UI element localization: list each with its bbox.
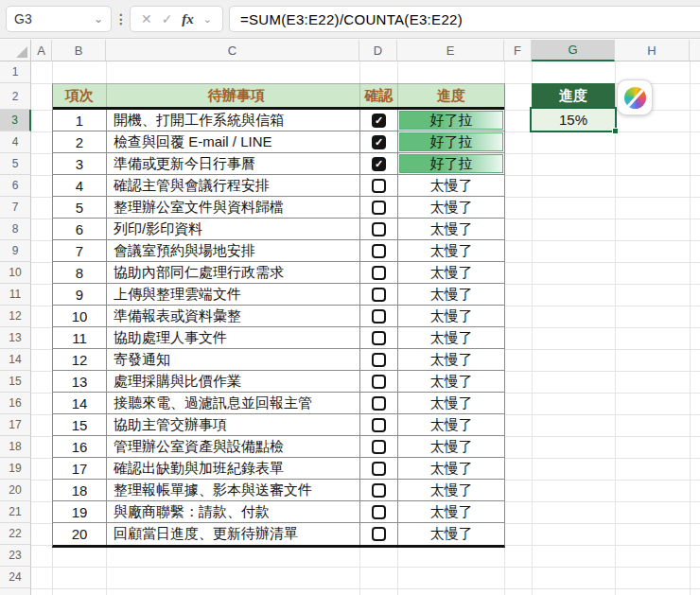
cell-progress[interactable]: 太慢了 <box>398 414 504 435</box>
checkbox[interactable] <box>372 201 386 215</box>
cell-item-number[interactable]: 11 <box>53 327 107 348</box>
cell-task[interactable]: 列印/影印資料 <box>107 219 360 239</box>
cell-progress[interactable]: 太慢了 <box>398 349 504 370</box>
cancel-icon[interactable]: ✕ <box>141 11 152 26</box>
column-header-E[interactable]: E <box>397 40 504 61</box>
cell-progress[interactable]: 好了拉 <box>398 131 504 152</box>
cell-progress[interactable]: 好了拉 <box>398 110 504 131</box>
cell-item-number[interactable]: 17 <box>53 458 107 479</box>
checkbox[interactable]: ✓ <box>372 114 386 128</box>
column-header-A[interactable]: A <box>31 40 52 61</box>
cell-progress[interactable]: 太慢了 <box>398 371 504 392</box>
checkbox[interactable] <box>372 331 386 345</box>
row-header-5[interactable]: 5 <box>0 153 31 175</box>
cell-progress[interactable]: 好了拉 <box>398 153 504 174</box>
chevron-down-icon[interactable]: ⌄ <box>94 12 103 26</box>
cell-item-number[interactable]: 20 <box>53 523 107 545</box>
checkbox[interactable] <box>372 440 386 454</box>
checkbox[interactable] <box>372 266 386 280</box>
column-header-C[interactable]: C <box>106 40 359 61</box>
row-header-23[interactable]: 23 <box>0 545 31 567</box>
cell-task[interactable]: 寄發通知 <box>107 349 360 370</box>
row-header-4[interactable]: 4 <box>0 131 31 153</box>
cell-item-number[interactable]: 14 <box>53 393 107 413</box>
checkbox[interactable] <box>372 179 386 193</box>
cell-item-number[interactable]: 6 <box>53 219 107 239</box>
header-item-number[interactable]: 項次 <box>53 84 107 107</box>
cell-task[interactable]: 回顧當日進度、更新待辦清單 <box>107 523 360 545</box>
cell-task[interactable]: 協助內部同仁處理行政需求 <box>107 262 360 283</box>
cell-progress[interactable]: 太慢了 <box>398 393 504 413</box>
row-header-18[interactable]: 18 <box>0 436 31 458</box>
row-header-17[interactable]: 17 <box>0 414 31 436</box>
selected-cell-g3[interactable]: 15% <box>530 107 617 132</box>
cell-task[interactable]: 準備報表或資料彙整 <box>107 306 360 326</box>
cell-progress[interactable]: 太慢了 <box>398 197 504 218</box>
row-header-12[interactable]: 12 <box>0 306 31 327</box>
cell-item-number[interactable]: 2 <box>53 131 107 152</box>
select-all-corner[interactable] <box>0 40 31 61</box>
cell-progress[interactable]: 太慢了 <box>398 306 504 326</box>
row-header-9[interactable]: 9 <box>0 240 31 262</box>
cell-progress[interactable]: 太慢了 <box>398 240 504 261</box>
cell-progress[interactable]: 太慢了 <box>398 501 504 522</box>
checkbox[interactable]: ✓ <box>372 157 386 171</box>
row-header-15[interactable]: 15 <box>0 371 31 393</box>
column-header-B[interactable]: B <box>52 40 106 61</box>
cell-item-number[interactable]: 13 <box>53 371 107 392</box>
progress-summary-header-cell[interactable]: 進度 <box>532 83 615 109</box>
cell-item-number[interactable]: 9 <box>53 284 107 305</box>
column-header-D[interactable]: D <box>359 40 397 61</box>
cell-progress[interactable]: 太慢了 <box>398 458 504 479</box>
row-header-19[interactable]: 19 <box>0 458 31 480</box>
cell-item-number[interactable]: 4 <box>53 175 107 196</box>
cell-task[interactable]: 整理報帳單據、影本與送審文件 <box>107 480 360 500</box>
checkbox[interactable] <box>372 375 386 389</box>
cell-task[interactable]: 檢查與回覆 E-mail / LINE <box>107 131 360 152</box>
formula-input[interactable]: =SUM(E3:E22)/COUNTA(E3:E22) <box>229 6 700 32</box>
cell-item-number[interactable]: 3 <box>53 153 107 174</box>
cell-progress[interactable]: 太慢了 <box>398 523 504 545</box>
cell-task[interactable]: 上傳與整理雲端文件 <box>107 284 360 305</box>
checkbox[interactable]: ✓ <box>372 135 386 149</box>
formula-bar-menu-dots-icon[interactable]: ⋮ <box>115 6 127 32</box>
column-header-F[interactable]: F <box>504 40 532 61</box>
cell-progress[interactable]: 太慢了 <box>398 175 504 196</box>
cell-task[interactable]: 確認出缺勤與加班紀錄表單 <box>107 458 360 479</box>
checkbox[interactable] <box>372 309 386 324</box>
checkbox[interactable] <box>372 462 386 476</box>
cell-task[interactable]: 協助處理人事文件 <box>107 327 360 348</box>
row-header-22[interactable]: 22 <box>0 523 31 545</box>
cell-item-number[interactable]: 10 <box>53 306 107 326</box>
cell-progress[interactable]: 太慢了 <box>398 284 504 305</box>
row-header-20[interactable]: 20 <box>0 480 31 501</box>
fill-handle[interactable] <box>612 128 619 134</box>
cell-task[interactable]: 處理採購與比價作業 <box>107 371 360 392</box>
header-progress[interactable]: 進度 <box>398 84 504 107</box>
insert-function-icon[interactable]: fx <box>182 11 194 27</box>
checkbox[interactable] <box>372 418 386 432</box>
cell-item-number[interactable]: 1 <box>53 110 107 131</box>
cell-task[interactable]: 管理辦公室資產與設備點檢 <box>107 436 360 457</box>
checkbox[interactable] <box>372 505 386 519</box>
cell-item-number[interactable]: 15 <box>53 414 107 435</box>
cell-item-number[interactable]: 18 <box>53 480 107 500</box>
checkbox[interactable] <box>372 288 386 302</box>
row-header-21[interactable]: 21 <box>0 501 31 523</box>
enter-icon[interactable]: ✓ <box>162 11 173 26</box>
checkbox[interactable] <box>372 222 386 236</box>
cell-item-number[interactable]: 8 <box>53 262 107 283</box>
cell-progress[interactable]: 太慢了 <box>398 262 504 283</box>
cell-task[interactable]: 開機、打開工作系統與信箱 <box>107 110 360 131</box>
row-header-1[interactable]: 1 <box>0 61 31 83</box>
cell-task[interactable]: 與廠商聯繫：請款、付款 <box>107 501 360 522</box>
row-header-3[interactable]: 3 <box>0 110 31 131</box>
row-header-10[interactable]: 10 <box>0 262 31 284</box>
checkbox[interactable] <box>372 396 386 411</box>
cell-task[interactable]: 協助主管交辦事項 <box>107 414 360 435</box>
checkbox[interactable] <box>372 244 386 258</box>
row-header-8[interactable]: 8 <box>0 219 31 240</box>
cell-item-number[interactable]: 12 <box>53 349 107 370</box>
row-header-13[interactable]: 13 <box>0 327 31 349</box>
row-header-7[interactable]: 7 <box>0 197 31 219</box>
